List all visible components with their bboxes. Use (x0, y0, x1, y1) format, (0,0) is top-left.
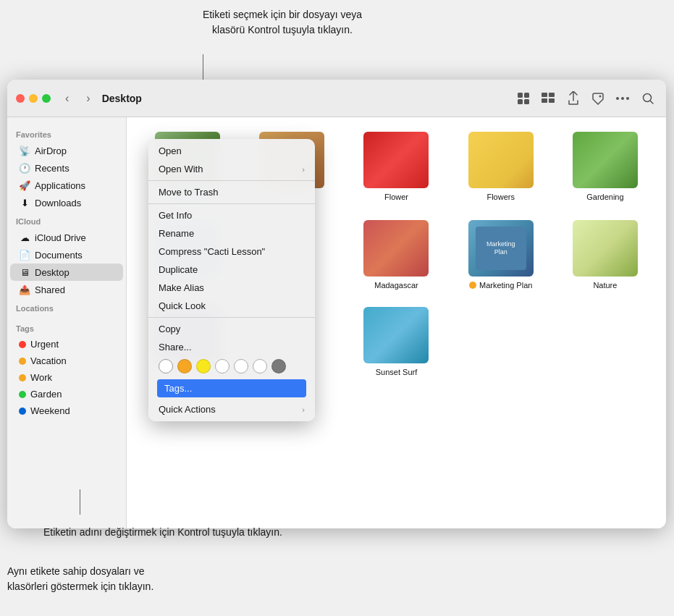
sidebar-item-desktop[interactable]: 🖥 Desktop (10, 263, 123, 281)
svg-rect-5 (549, 93, 555, 97)
work-tag-dot (19, 374, 26, 381)
window-title: Desktop (102, 93, 142, 104)
sidebar-item-tag-weekend[interactable]: Weekend (10, 402, 123, 419)
annotation-bottom-1: Etiketin adını değiştirmek için Kontrol … (43, 525, 282, 540)
favorites-label: Favorites (7, 125, 126, 142)
file-item-flower[interactable]: Flower (347, 129, 445, 206)
share-button[interactable] (565, 88, 582, 109)
sidebar-item-recents-label: Recents (35, 163, 69, 174)
annotation-bottom-2: Aynı etikete sahip dosyaları ve klasörle… (7, 564, 153, 594)
ctx-share[interactable]: Share... (148, 338, 315, 356)
minimize-button[interactable] (29, 94, 38, 103)
ctx-tags[interactable]: Tags... (157, 379, 306, 397)
tag-circle-none[interactable] (159, 359, 173, 374)
sidebar-item-tag-urgent[interactable]: Urgent (10, 336, 123, 353)
tag-circle-white3[interactable] (253, 359, 267, 374)
tag-circle-white[interactable] (215, 359, 229, 374)
flowers-thumbnail (468, 132, 534, 188)
madagascar-filename: Madagascar (374, 281, 418, 290)
sidebar-item-icloud-drive-label: iCloud Drive (35, 232, 86, 243)
more-button[interactable] (612, 93, 633, 104)
svg-rect-2 (518, 99, 523, 104)
sidebar-item-desktop-label: Desktop (35, 267, 69, 278)
svg-point-10 (621, 97, 624, 100)
file-item-nature[interactable]: Nature (556, 217, 654, 292)
sidebar-item-shared[interactable]: 📤 Shared (10, 281, 123, 298)
fullscreen-button[interactable] (42, 94, 51, 103)
svg-point-12 (644, 93, 652, 101)
flower-filename: Flower (384, 193, 408, 201)
tag-circle-orange[interactable] (177, 359, 192, 374)
gardening-filename: Gardening (586, 193, 623, 201)
sidebar-item-documents[interactable]: 📄 Documents (10, 246, 123, 263)
context-menu: Open Open With › Move to Trash Get Info … (148, 139, 315, 421)
ctx-duplicate[interactable]: Duplicate (148, 261, 315, 279)
ctx-sep2 (148, 203, 315, 204)
marketing-filename: Marketing Plan (469, 281, 532, 290)
sidebar-item-downloads[interactable]: ⬇ Downloads (10, 194, 123, 211)
gardening-thumbnail (573, 132, 638, 188)
ctx-quick-look[interactable]: Quick Look (148, 297, 315, 315)
sidebar-item-documents-label: Documents (35, 250, 83, 261)
vacation-tag-dot (19, 358, 26, 365)
ctx-compress[interactable]: Compress "Cacti Lesson" (148, 242, 315, 261)
sidebar-item-icloud-drive[interactable]: ☁ iCloud Drive (10, 229, 123, 246)
file-item-marketing[interactable]: MarketingPlan Marketing Plan (452, 217, 550, 292)
window-body: Favorites 📡 AirDrop 🕐 Recents 🚀 Applicat… (7, 117, 666, 528)
locations-label: Locations (7, 298, 126, 316)
tag-color-circles (148, 356, 315, 376)
forward-button[interactable]: › (83, 90, 93, 106)
sidebar-item-tag-garden-label: Garden (30, 389, 62, 400)
svg-rect-6 (542, 98, 547, 103)
svg-rect-4 (542, 93, 547, 97)
file-item-flowers[interactable]: Flowers (452, 129, 550, 206)
marketing-thumbnail: MarketingPlan (468, 220, 534, 277)
urgent-tag-dot (19, 341, 26, 348)
finder-window: ‹ › Desktop Favorites 📡 AirDro (7, 80, 666, 528)
sidebar-item-tag-work[interactable]: Work (10, 369, 123, 386)
downloads-icon: ⬇ (19, 197, 30, 208)
tag-circle-white2[interactable] (234, 359, 248, 374)
applications-icon: 🚀 (19, 180, 30, 191)
ctx-get-info[interactable]: Get Info (148, 206, 315, 224)
sunset-thumbnail (363, 307, 429, 363)
ctx-quick-actions[interactable]: Quick Actions › (148, 400, 315, 418)
tags-label: Tags (7, 318, 126, 336)
tag-circle-dark[interactable] (271, 359, 286, 374)
ctx-copy[interactable]: Copy (148, 320, 315, 338)
ctx-move-trash[interactable]: Move to Trash (148, 183, 315, 201)
ctx-make-alias[interactable]: Make Alias (148, 279, 315, 297)
flower-thumbnail (363, 132, 429, 188)
sidebar-item-tag-garden[interactable]: Garden (10, 386, 123, 402)
sidebar-item-recents[interactable]: 🕐 Recents (10, 159, 123, 177)
documents-icon: 📄 (19, 249, 30, 261)
back-button[interactable]: ‹ (62, 90, 72, 106)
ctx-sep3 (148, 317, 315, 318)
flowers-filename: Flowers (486, 193, 515, 201)
svg-rect-7 (549, 98, 555, 103)
view-list-button[interactable] (539, 90, 559, 107)
close-button[interactable] (16, 94, 25, 103)
title-bar: ‹ › Desktop (7, 80, 666, 117)
icloud-label: iCloud (7, 211, 126, 229)
file-item-madagascar[interactable]: Madagascar (347, 217, 445, 292)
sidebar-item-applications[interactable]: 🚀 Applications (10, 177, 123, 194)
svg-point-8 (599, 95, 602, 97)
recents-icon: 🕐 (19, 162, 30, 174)
file-item-sunset[interactable]: Sunset Surf (347, 304, 445, 379)
airdrop-icon: 📡 (19, 145, 30, 156)
file-item-gardening[interactable]: Gardening (556, 129, 654, 206)
sidebar-item-airdrop[interactable]: 📡 AirDrop (10, 142, 123, 159)
sidebar-item-tag-weekend-label: Weekend (30, 405, 70, 416)
open-with-arrow: › (302, 165, 305, 174)
ctx-open-with[interactable]: Open With › (148, 160, 315, 178)
ctx-rename[interactable]: Rename (148, 224, 315, 242)
tag-circle-yellow[interactable] (196, 359, 211, 374)
tags-button[interactable] (588, 89, 607, 108)
marketing-dot (469, 282, 476, 289)
svg-point-9 (616, 97, 619, 100)
view-grid-button[interactable] (514, 89, 533, 108)
search-button[interactable] (639, 89, 657, 108)
sidebar-item-tag-vacation[interactable]: Vacation (10, 353, 123, 369)
ctx-open[interactable]: Open (148, 142, 315, 160)
